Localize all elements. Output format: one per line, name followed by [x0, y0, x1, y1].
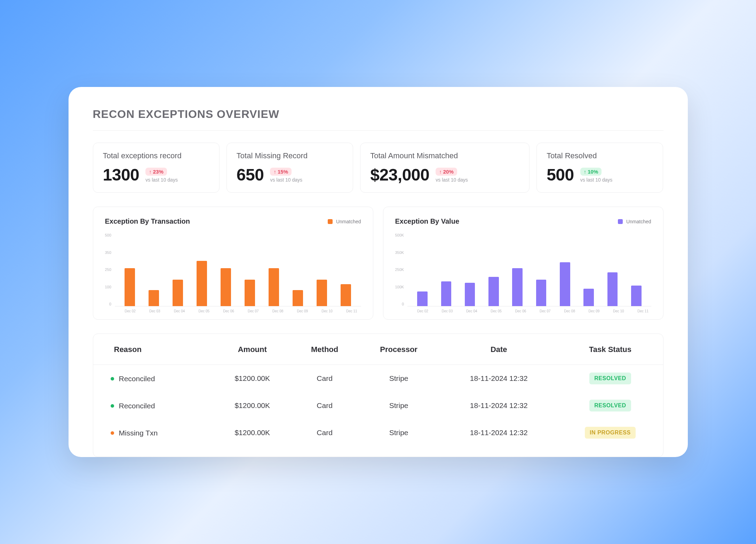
chart-transaction: Exception By Transaction Unmatched 50035… [93, 207, 373, 320]
delta-value: 23% [153, 169, 164, 175]
y-tick: 500 [105, 233, 111, 237]
cell-reason: Reconciled [119, 375, 155, 383]
table-row[interactable]: Reconciled$1200.00KCardStripe18-11-2024 … [93, 365, 663, 392]
delta-badge: ↑ 23% [145, 168, 167, 176]
bar [488, 277, 499, 306]
x-tick: Dec 04 [174, 309, 185, 313]
cell-reason: Reconciled [119, 402, 155, 410]
kpi-card-missing: Total Missing Record 650 ↑ 15% vs last 1… [226, 143, 353, 193]
divider [93, 130, 663, 131]
x-tick: Dec 10 [321, 309, 333, 313]
x-tick: Dec 09 [589, 309, 600, 313]
bar [631, 286, 642, 306]
kpi-card-resolved: Total Resolved 500 ↑ 10% vs last 10 days [536, 143, 663, 193]
col-method: Method [292, 334, 357, 365]
bar [317, 280, 327, 306]
bar [197, 261, 207, 306]
y-tick: 250 [105, 267, 111, 272]
y-tick: 100K [395, 285, 404, 289]
x-tick: Dec 04 [466, 309, 477, 313]
legend-swatch-icon [328, 219, 333, 224]
bar [149, 290, 159, 306]
bar [125, 268, 135, 306]
arrow-up-icon: ↑ [149, 169, 152, 175]
kpi-value: 500 [547, 167, 574, 183]
table-row[interactable]: Missing Txn$1200.00KCardStripe18-11-2024… [93, 419, 663, 446]
kpi-sub: vs last 10 days [580, 177, 613, 183]
kpi-value: 650 [237, 167, 264, 183]
col-status: Task Status [557, 334, 663, 365]
status-badge: RESOLVED [589, 373, 631, 384]
kpi-value: $23,000 [370, 167, 429, 183]
arrow-up-icon: ↑ [584, 169, 587, 175]
col-amount: Amount [213, 334, 292, 365]
bars [407, 233, 651, 306]
chart-value: Exception By Value Unmatched 500K350K250… [383, 207, 663, 320]
kpi-title: Total Resolved [547, 151, 653, 160]
bar [173, 280, 183, 306]
y-tick: 100 [105, 285, 111, 289]
cell-method: Card [292, 419, 357, 446]
bar [583, 289, 594, 306]
cell-date: 18-11-2024 12:32 [440, 419, 557, 446]
bar [293, 290, 303, 306]
kpi-card-mismatched: Total Amount Mismatched $23,000 ↑ 20% vs… [360, 143, 530, 193]
bar [341, 284, 351, 306]
x-tick: Dec 03 [149, 309, 160, 313]
delta-value: 10% [588, 169, 598, 175]
bar [560, 262, 570, 306]
bar [417, 291, 428, 306]
chart-title: Exception By Value [395, 217, 460, 225]
cell-processor: Stripe [357, 392, 440, 419]
col-processor: Processor [357, 334, 440, 365]
legend-label: Unmatched [626, 219, 651, 224]
x-tick: Dec 08 [564, 309, 575, 313]
delta-value: 15% [278, 169, 288, 175]
delta-badge: ↑ 15% [270, 168, 292, 176]
x-tick: Dec 06 [515, 309, 526, 313]
cell-date: 18-11-2024 12:32 [440, 392, 557, 419]
x-tick: Dec 07 [540, 309, 551, 313]
status-dot-icon [111, 431, 114, 435]
kpi-sub: vs last 10 days [270, 177, 302, 183]
chart-area: 500K350K250K100K0 Dec 02Dec 03Dec 04Dec … [395, 233, 651, 313]
kpi-sub: vs last 10 days [145, 177, 178, 183]
delta-badge: ↑ 20% [436, 168, 457, 176]
bar [221, 268, 231, 306]
y-tick: 0 [395, 302, 404, 306]
x-tick: Dec 09 [297, 309, 308, 313]
table-row[interactable]: Reconciled$1200.00KCardStripe18-11-2024 … [93, 392, 663, 419]
x-axis: Dec 02Dec 03Dec 04Dec 05Dec 06Dec 07Dec … [115, 306, 361, 313]
cell-date: 18-11-2024 12:32 [440, 365, 557, 392]
cell-method: Card [292, 365, 357, 392]
bars [115, 233, 361, 306]
dashboard-panel: RECON EXCEPTIONS OVERVIEW Total exceptio… [69, 87, 688, 457]
bar [245, 280, 255, 306]
x-tick: Dec 05 [491, 309, 502, 313]
delta-badge: ↑ 10% [580, 168, 602, 176]
y-tick: 0 [105, 302, 111, 306]
bar [536, 280, 547, 306]
cell-amount: $1200.00K [213, 419, 292, 446]
x-tick: Dec 08 [272, 309, 284, 313]
status-badge: IN PROGRESS [585, 427, 636, 439]
cell-processor: Stripe [357, 419, 440, 446]
x-tick: Dec 10 [613, 309, 624, 313]
arrow-up-icon: ↑ [273, 169, 276, 175]
status-dot-icon [111, 377, 114, 381]
y-axis: 500K350K250K100K0 [395, 233, 404, 313]
bar [441, 281, 452, 306]
y-axis: 5003502501000 [105, 233, 111, 313]
cell-processor: Stripe [357, 365, 440, 392]
kpi-title: Total Amount Mismatched [370, 151, 519, 160]
kpi-card-exceptions: Total exceptions record 1300 ↑ 23% vs la… [93, 143, 220, 193]
x-tick: Dec 02 [125, 309, 136, 313]
cell-method: Card [292, 392, 357, 419]
legend-label: Unmatched [336, 219, 361, 224]
x-tick: Dec 05 [198, 309, 209, 313]
status-dot-icon [111, 404, 114, 408]
x-tick: Dec 03 [442, 309, 453, 313]
arrow-up-icon: ↑ [439, 169, 442, 175]
y-tick: 350 [105, 250, 111, 255]
x-tick: Dec 02 [417, 309, 428, 313]
